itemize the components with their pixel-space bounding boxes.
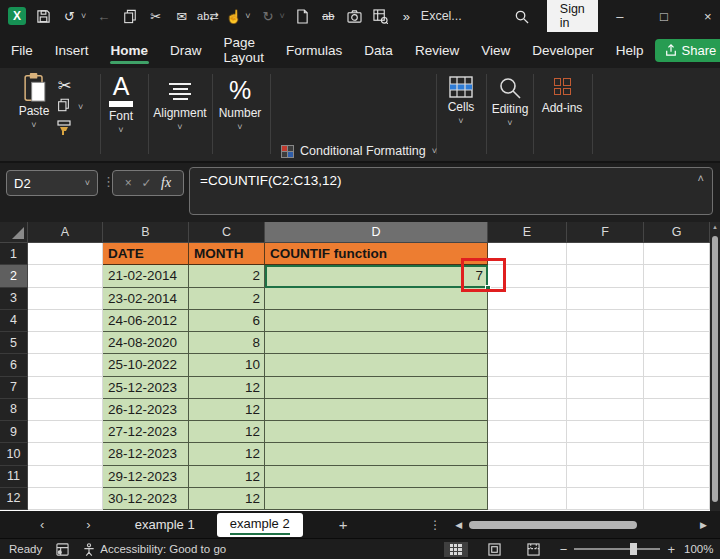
cell-d5[interactable] xyxy=(265,332,488,354)
cell-d11[interactable] xyxy=(265,466,488,488)
cell-b9[interactable]: 27-12-2023 xyxy=(103,421,189,443)
cell-g2[interactable] xyxy=(644,265,710,287)
cell-f4[interactable] xyxy=(567,310,644,332)
cell-e3[interactable] xyxy=(488,288,567,310)
vertical-scrollbar-thumb[interactable] xyxy=(712,236,718,502)
cell-f12[interactable] xyxy=(567,488,644,510)
sheet-lookup-icon[interactable] xyxy=(372,8,389,25)
mail-icon[interactable]: ✉ xyxy=(173,8,190,25)
cell-f2[interactable] xyxy=(567,265,644,287)
row-header-10[interactable]: 10 xyxy=(0,443,28,465)
tab-developer[interactable]: Developer xyxy=(521,34,605,67)
cell-f7[interactable] xyxy=(567,377,644,399)
next-sheet-icon[interactable]: › xyxy=(82,517,94,532)
cell-c6[interactable]: 10 xyxy=(189,354,265,376)
cells-group-button[interactable]: Cells ˅ xyxy=(438,76,484,126)
cell-d7[interactable] xyxy=(265,377,488,399)
scroll-right-icon[interactable]: ▶ xyxy=(700,520,707,530)
cell-d3[interactable] xyxy=(265,288,488,310)
row-header-11[interactable]: 11 xyxy=(0,466,28,488)
cell-b1-date-header[interactable]: DATE xyxy=(103,243,189,265)
horizontal-scrollbar-track[interactable] xyxy=(465,520,697,530)
cell-g7[interactable] xyxy=(644,377,710,399)
cell-c12[interactable]: 12 xyxy=(189,488,265,510)
cell-f6[interactable] xyxy=(567,354,644,376)
cell-b3[interactable]: 23-02-2014 xyxy=(103,288,189,310)
cell-g3[interactable] xyxy=(644,288,710,310)
scroll-left-icon[interactable]: ◀ xyxy=(455,520,462,530)
row-header-5[interactable]: 5 xyxy=(0,332,28,354)
cell-a6[interactable] xyxy=(28,354,103,376)
cell-f11[interactable] xyxy=(567,466,644,488)
row-header-2[interactable]: 2 xyxy=(0,265,28,287)
tab-review[interactable]: Review xyxy=(404,34,470,67)
cell-a1[interactable] xyxy=(28,243,103,265)
cell-d9[interactable] xyxy=(265,421,488,443)
cell-f9[interactable] xyxy=(567,421,644,443)
row-header-6[interactable]: 6 xyxy=(0,354,28,376)
cell-g1[interactable] xyxy=(644,243,710,265)
row-header-8[interactable]: 8 xyxy=(0,399,28,421)
search-icon[interactable] xyxy=(514,8,529,25)
insert-function-icon[interactable]: fx xyxy=(161,175,171,191)
tab-file[interactable]: File xyxy=(0,34,44,67)
touch-mode-icon[interactable]: ☝ xyxy=(225,8,242,25)
cell-a3[interactable] xyxy=(28,288,103,310)
tab-formulas[interactable]: Formulas xyxy=(275,34,353,67)
cell-a4[interactable] xyxy=(28,310,103,332)
cell-c7[interactable]: 12 xyxy=(189,377,265,399)
cell-g10[interactable] xyxy=(644,443,710,465)
editing-group-button[interactable]: Editing ˅ xyxy=(487,76,533,128)
cell-b11[interactable]: 29-12-2023 xyxy=(103,466,189,488)
cell-f8[interactable] xyxy=(567,399,644,421)
cell-f3[interactable] xyxy=(567,288,644,310)
tab-help[interactable]: Help xyxy=(605,34,655,67)
share-button[interactable]: Share ˅ xyxy=(655,39,720,62)
horizontal-scrollbar[interactable]: ◀ ▶ xyxy=(455,520,707,530)
cell-g6[interactable] xyxy=(644,354,710,376)
cell-f1[interactable] xyxy=(567,243,644,265)
cell-g11[interactable] xyxy=(644,466,710,488)
paste-button[interactable]: Paste ˅ xyxy=(12,72,56,130)
tab-page-layout[interactable]: Page Layout xyxy=(213,26,276,74)
cell-f10[interactable] xyxy=(567,443,644,465)
accessibility-status[interactable]: Accessibility: Good to go xyxy=(100,543,226,555)
zoom-slider-thumb[interactable] xyxy=(630,543,637,555)
format-painter-icon[interactable] xyxy=(56,120,72,136)
strikethrough-icon[interactable]: ab xyxy=(320,8,337,25)
name-box-chevron-icon[interactable]: ˅ xyxy=(85,178,90,188)
sheet-tab-example-2[interactable]: example 2 xyxy=(217,513,303,537)
cell-a5[interactable] xyxy=(28,332,103,354)
add-sheet-icon[interactable]: + xyxy=(339,516,348,533)
cell-b8[interactable]: 26-12-2023 xyxy=(103,399,189,421)
cell-b6[interactable]: 25-10-2022 xyxy=(103,354,189,376)
cell-c4[interactable]: 6 xyxy=(189,310,265,332)
cell-a12[interactable] xyxy=(28,488,103,510)
column-header-d[interactable]: D xyxy=(265,222,488,243)
cell-d2-selected[interactable]: 7 xyxy=(265,265,488,287)
cell-a8[interactable] xyxy=(28,399,103,421)
cell-d12[interactable] xyxy=(265,488,488,510)
cell-e5[interactable] xyxy=(488,332,567,354)
cell-g8[interactable] xyxy=(644,399,710,421)
row-header-7[interactable]: 7 xyxy=(0,377,28,399)
tab-data[interactable]: Data xyxy=(353,34,404,67)
formula-input[interactable]: =COUNTIF(C2:C13,12) ˄ xyxy=(189,167,713,215)
zoom-in-icon[interactable]: + xyxy=(667,542,675,557)
touch-mode-chevron-icon[interactable]: ˅ xyxy=(245,11,250,21)
column-header-a[interactable]: A xyxy=(28,222,103,243)
accessibility-icon[interactable] xyxy=(83,543,95,556)
addins-button[interactable]: Add-ins xyxy=(537,78,587,115)
cell-d1-countif-header[interactable]: COUNTIF function xyxy=(265,243,488,265)
cell-e10[interactable] xyxy=(488,443,567,465)
cancel-formula-icon[interactable]: × xyxy=(125,176,132,190)
row-header-1[interactable]: 1 xyxy=(0,243,28,265)
undo-chevron-icon[interactable]: ˅ xyxy=(81,11,86,21)
vertical-scrollbar[interactable]: ▲ xyxy=(710,222,720,511)
cell-c3[interactable]: 2 xyxy=(189,288,265,310)
collapse-formula-bar-icon[interactable]: ˄ xyxy=(698,172,704,184)
cell-a9[interactable] xyxy=(28,421,103,443)
cell-c10[interactable]: 12 xyxy=(189,443,265,465)
enter-formula-icon[interactable]: ✓ xyxy=(141,176,151,190)
cell-b12[interactable]: 30-12-2023 xyxy=(103,488,189,510)
